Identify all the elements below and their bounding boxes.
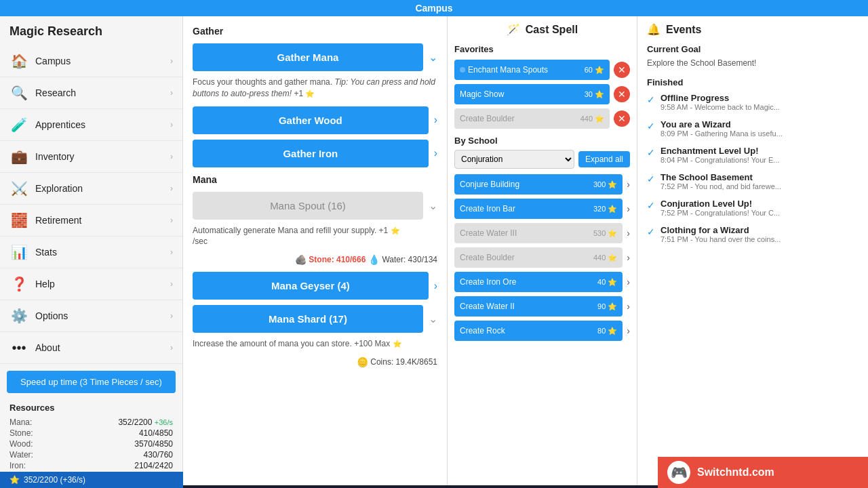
mana-shard-button[interactable]: Mana Shard (17): [193, 305, 423, 333]
mana-geyser-row: Mana Geyser (4) ›: [193, 272, 437, 300]
event-content-2: Enchantment Level Up! 8:04 PM - Congratu…: [660, 146, 780, 164]
fav-btn-0[interactable]: Enchant Mana Spouts 60 ⭐: [454, 60, 610, 80]
events-title: Events: [666, 24, 701, 36]
top-bar-label: Campus: [415, 3, 452, 14]
spell-row: Create Iron Ore 40 ⭐ ›: [454, 272, 630, 292]
event-time-3: 7:52 PM - You nod, and bid farewe...: [660, 182, 781, 190]
gather-mana-expand[interactable]: ⌄: [429, 51, 437, 64]
event-check-1: ✓: [647, 121, 655, 131]
resources-title: Resources: [9, 403, 173, 413]
spell-chevron-4[interactable]: ›: [627, 277, 630, 287]
mana-spout-row: Mana Spout (16) ⌄: [193, 192, 437, 220]
spell-btn-1[interactable]: Create Iron Bar 320 ⭐: [454, 199, 623, 219]
spells-list: Conjure Building 300 ⭐ › Create Iron Bar…: [454, 174, 630, 341]
spell-chevron-1[interactable]: ›: [627, 203, 630, 214]
help-label: Help: [35, 279, 170, 289]
spell-btn-0[interactable]: Conjure Building 300 ⭐: [454, 174, 623, 195]
school-select[interactable]: Conjuration: [454, 150, 574, 169]
resource-row: Water: 430/760: [9, 449, 173, 460]
favorites-title: Favorites: [454, 44, 630, 54]
school-controls: Conjuration Expand all: [454, 150, 630, 169]
cost-stone: 🪨 Stone: 410/666: [295, 254, 366, 265]
sidebar-item-stats[interactable]: 📊 Stats ›: [0, 237, 182, 268]
fav-btn-1[interactable]: Magic Show 30 ⭐: [454, 84, 610, 104]
speed-up-button[interactable]: Speed up time (3 Time Pieces / sec): [7, 371, 176, 393]
sidebar-item-options[interactable]: ⚙️ Options ›: [0, 300, 182, 332]
resource-label: Stone:: [9, 428, 33, 438]
gather-iron-chevron[interactable]: ›: [434, 147, 437, 159]
event-content-3: The School Basement 7:52 PM - You nod, a…: [660, 172, 781, 190]
stats-label: Stats: [35, 247, 170, 258]
spell-row: Create Water III 530 ⭐ ›: [454, 223, 630, 243]
resource-label: Wood:: [9, 439, 33, 449]
expand-all-button[interactable]: Expand all: [578, 151, 630, 167]
spell-cost-0: 300 ⭐: [593, 180, 617, 189]
spell-chevron-3[interactable]: ›: [627, 252, 630, 263]
fav-row: Enchant Mana Spouts 60 ⭐ ✕: [454, 60, 630, 80]
gather-mana-desc: Focus your thoughts and gather mana. Tip…: [193, 77, 437, 100]
fav-close-2[interactable]: ✕: [614, 110, 630, 127]
spell-btn-4[interactable]: Create Iron Ore 40 ⭐: [454, 272, 623, 292]
sidebar-item-inventory[interactable]: 💼 Inventory ›: [0, 141, 182, 173]
spell-btn-3: Create Boulder 440 ⭐: [454, 247, 623, 268]
spell-btn-6[interactable]: Create Rock 80 ⭐: [454, 321, 623, 341]
spell-chevron-6[interactable]: ›: [627, 325, 630, 336]
gather-wood-row: Gather Wood ›: [193, 106, 437, 134]
event-time-0: 9:58 AM - Welcome back to Magic...: [660, 103, 780, 111]
fav-close-0[interactable]: ✕: [614, 62, 630, 78]
resource-value: 3570/4850: [134, 439, 173, 449]
sidebar-item-retirement[interactable]: 🧱 Retirement ›: [0, 205, 182, 237]
bell-icon: 🔔: [647, 23, 660, 36]
about-icon: •••: [9, 338, 28, 357]
sidebar-item-about[interactable]: ••• About ›: [0, 332, 182, 364]
gather-wood-button[interactable]: Gather Wood: [193, 106, 429, 134]
sidebar-item-exploration[interactable]: ⚔️ Exploration ›: [0, 173, 182, 205]
spell-chevron-2[interactable]: ›: [627, 228, 630, 239]
resource-value: 352/2200 +36/s: [118, 418, 173, 427]
gather-iron-button[interactable]: Gather Iron: [193, 140, 429, 167]
inventory-label: Inventory: [35, 151, 170, 162]
sidebar-item-apprentices[interactable]: 🧪 Apprentices ›: [0, 109, 182, 141]
research-icon: 🔍: [9, 83, 28, 102]
spell-label-0: Conjure Building: [460, 180, 519, 189]
event-check-0: ✓: [647, 94, 655, 105]
events-header: 🔔 Events: [647, 23, 859, 36]
spell-row: Create Water II 90 ⭐ ›: [454, 296, 630, 317]
event-check-5: ✓: [647, 226, 655, 237]
spell-chevron-0[interactable]: ›: [627, 179, 630, 190]
spell-btn-5[interactable]: Create Water II 90 ⭐: [454, 296, 623, 317]
sidebar-item-research[interactable]: 🔍 Research ›: [0, 77, 182, 109]
event-item: ✓ You are a Wizard 8:09 PM - Gathering M…: [647, 119, 859, 138]
sidebar-item-campus[interactable]: 🏠 Campus ›: [0, 45, 182, 77]
exploration-chevron: ›: [170, 184, 173, 193]
status-bar: ⭐ 352/2200 (+36/s): [0, 472, 183, 488]
mana-geyser-button[interactable]: Mana Geyser (4): [193, 272, 429, 300]
switch-text: Switchntd.com: [697, 466, 774, 479]
gather-iron-row: Gather Iron ›: [193, 140, 437, 167]
spell-label-5: Create Water II: [460, 302, 515, 311]
apprentices-icon: 🧪: [9, 115, 28, 134]
finished-title: Finished: [647, 77, 859, 87]
spell-chevron-5[interactable]: ›: [627, 301, 630, 312]
stone-icon: 🪨: [295, 254, 307, 265]
mana-geyser-chevron[interactable]: ›: [434, 280, 437, 292]
event-content-5: Clothing for a Wizard 7:51 PM - You hand…: [660, 225, 781, 243]
event-item: ✓ Clothing for a Wizard 7:51 PM - You ha…: [647, 225, 859, 243]
resource-value: 410/4850: [139, 428, 173, 438]
mana-spout-desc: Automatically generate Mana and refill y…: [193, 225, 437, 248]
spell-btn-2: Create Water III 530 ⭐: [454, 223, 623, 243]
mana-shard-expand[interactable]: ⌄: [429, 312, 437, 325]
mana-spout-expand[interactable]: ⌄: [429, 199, 437, 212]
fav-close-1[interactable]: ✕: [614, 86, 630, 102]
fav-row: Magic Show 30 ⭐ ✕: [454, 84, 630, 104]
cast-spell-icon: 🪄: [507, 23, 520, 36]
event-check-2: ✓: [647, 147, 655, 158]
gather-wood-chevron[interactable]: ›: [434, 114, 437, 126]
help-icon: ❓: [9, 274, 28, 293]
gather-mana-button[interactable]: Gather Mana: [193, 43, 423, 71]
sidebar-item-help[interactable]: ❓ Help ›: [0, 268, 182, 300]
event-item: ✓ The School Basement 7:52 PM - You nod,…: [647, 172, 859, 190]
cast-spell-header: 🪄 Cast Spell: [454, 23, 630, 36]
spell-row: Conjure Building 300 ⭐ ›: [454, 174, 630, 195]
cast-panel: 🪄 Cast Spell Favorites Enchant Mana Spou…: [448, 16, 637, 485]
